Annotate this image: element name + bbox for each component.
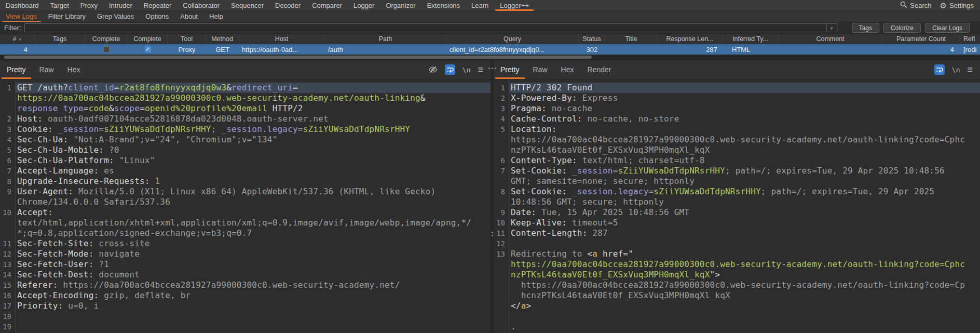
response-code-row: 1HTTP/2 302 Found [494, 83, 980, 93]
row-cell-refl[interactable]: [redi [960, 44, 980, 55]
newline-icon[interactable]: \n [462, 66, 471, 74]
row-cell-tags[interactable] [35, 44, 85, 55]
row-cell-tool[interactable]: Proxy [168, 44, 206, 55]
column-header-inferred-ty[interactable]: Inferred Ty... [723, 34, 779, 44]
chevron-down-icon: ∨ [830, 25, 834, 31]
row-cell-comment[interactable] [779, 44, 882, 55]
filter-dropdown-button[interactable]: ∨ [826, 24, 837, 32]
menu-item-repeater[interactable]: Repeater [138, 0, 177, 11]
menu-item-organizer[interactable]: Organizer [380, 0, 421, 11]
filter-input[interactable] [25, 24, 826, 32]
menu-item-logger[interactable]: Logger++ [494, 0, 535, 11]
row-cell-response-len[interactable]: 287 [658, 44, 723, 55]
column-header-parameter-count[interactable]: Parameter Count [882, 34, 960, 44]
tags-button[interactable]: Tags [852, 23, 879, 33]
newline-icon[interactable]: \n [952, 66, 960, 74]
word-wrap-icon[interactable] [934, 64, 945, 75]
splitter-grip-top[interactable] [487, 68, 497, 71]
request-code-line: Sec-Ch-Ua-Platform: "Linux" [15, 155, 491, 166]
code-segment: Tue, 15 Apr 2025 10:48:56 GMT [536, 207, 689, 217]
splitter-grip-middle[interactable] [491, 232, 493, 236]
column-header-path[interactable]: Path [325, 34, 446, 44]
request-code-row: 17Priority: u=0, i [0, 301, 491, 311]
request-tab-pretty[interactable]: Pretty [0, 60, 33, 79]
row-cell-complete[interactable]: ✓ [128, 44, 168, 55]
column-header-refl[interactable]: Refl [960, 34, 980, 44]
request-editor[interactable]: 1GET /auth?client_id=r2at8fo8fnnyyxqdjq0… [0, 79, 491, 333]
log-table-selected-row[interactable]: 4✓ProxyGEThttps://oauth-0ad.../authclien… [0, 44, 980, 55]
row-cell-parameter-count[interactable]: 4 [882, 44, 960, 55]
settings-button[interactable]: ⚙ Settings [940, 2, 974, 9]
scrollbar-thumb[interactable] [4, 56, 592, 59]
row-cell-method[interactable]: GET [206, 44, 239, 55]
response-tab-pretty[interactable]: Pretty [494, 60, 526, 79]
submenu-item-grep-values[interactable]: Grep Values [91, 11, 140, 22]
submenu-item-options[interactable]: Options [140, 11, 174, 22]
colorize-button[interactable]: Colorize [883, 23, 921, 33]
search-button[interactable]: Search [900, 1, 931, 10]
submenu-item-help[interactable]: Help [203, 11, 229, 22]
column-header-method[interactable]: Method [206, 34, 239, 44]
response-tab-raw[interactable]: Raw [526, 60, 554, 79]
code-segment: no-cache [547, 103, 593, 113]
code-segment: HTTP/2 [267, 103, 303, 113]
menu-icon[interactable]: ≡ [967, 65, 973, 74]
column-header-label: # [13, 35, 17, 43]
row-cell-host[interactable]: https://oauth-0ad... [239, 44, 325, 55]
menu-item-intruder[interactable]: Intruder [103, 0, 138, 11]
column-header-complete[interactable]: Complete [85, 34, 128, 44]
column-header-tags[interactable]: Tags [35, 34, 85, 44]
request-tab-raw[interactable]: Raw [33, 60, 61, 79]
menu-item-dashboard[interactable]: Dashboard [0, 0, 45, 11]
menu-item-target[interactable]: Target [45, 0, 75, 11]
column-header-comment[interactable]: Comment [779, 34, 882, 44]
menu-item-comparer[interactable]: Comparer [306, 0, 348, 11]
request-tab-hex[interactable]: Hex [61, 60, 87, 79]
code-segment: Priority: [17, 301, 63, 311]
row-cell-path[interactable]: /auth [325, 44, 446, 55]
menu-item-logger[interactable]: Logger [348, 0, 380, 11]
row-cell-status[interactable]: 302 [579, 44, 605, 55]
row-cell-query[interactable]: client_id=r2at8fo8fnnyyxqdjq0... [446, 44, 579, 55]
checkbox-checked[interactable]: ✓ [145, 46, 151, 52]
menu-item-decoder[interactable]: Decoder [269, 0, 306, 11]
request-code-line: https://0aa700ac04bccea281927a99000300c0… [15, 93, 491, 103]
row-cell-inferred-ty[interactable]: HTML [723, 44, 779, 55]
menu-item-extensions[interactable]: Extensions [421, 0, 466, 11]
menu-bar-right: Search ⚙ Settings [900, 0, 980, 11]
line-number: 8 [0, 176, 15, 187]
response-tab-hex[interactable]: Hex [554, 60, 581, 79]
response-code-line: https://0aa700ac04bccea281927a99000300c0… [509, 259, 980, 270]
menu-item-sequencer[interactable]: Sequencer [225, 0, 269, 11]
response-code-line: HTTP/2 302 Found [509, 83, 980, 93]
row-cell-[interactable]: 4 [0, 44, 35, 55]
menu-item-proxy[interactable]: Proxy [75, 0, 103, 11]
response-tab-render[interactable]: Render [581, 60, 618, 79]
submenu-item-view-logs[interactable]: View Logs [0, 11, 43, 22]
column-header-query[interactable]: Query [446, 34, 579, 44]
line-number: 13 [0, 259, 15, 270]
response-editor[interactable]: 1HTTP/2 302 Found2X-Powered-By: Express3… [494, 79, 980, 333]
column-header-[interactable]: #∨ [0, 34, 35, 44]
menu-item-learn[interactable]: Learn [466, 0, 494, 11]
menu-icon[interactable]: ≡ [478, 65, 483, 74]
submenu-item-about[interactable]: About [174, 11, 203, 22]
column-header-tool[interactable]: Tool [168, 34, 206, 44]
filter-buttons: TagsColorizeClear Logs [837, 23, 970, 33]
menu-item-collaborator[interactable]: Collaborator [177, 0, 225, 11]
word-wrap-icon[interactable] [445, 64, 455, 75]
column-header-status[interactable]: Status [579, 34, 605, 44]
column-header-host[interactable]: Host [239, 34, 325, 44]
eye-off-icon[interactable] [428, 65, 438, 74]
column-header-response-len[interactable]: Response Len... [658, 34, 723, 44]
checkbox-unchecked[interactable] [103, 46, 110, 52]
row-cell-complete[interactable] [85, 44, 128, 55]
row-cell-title[interactable] [605, 44, 658, 55]
column-header-complete[interactable]: Complete [128, 34, 168, 44]
line-number: 8 [494, 187, 509, 197]
column-header-label: Response Len... [666, 35, 713, 43]
submenu-item-filter-library[interactable]: Filter Library [43, 11, 91, 22]
table-horizontal-scrollbar[interactable] [0, 55, 980, 60]
column-header-title[interactable]: Title [605, 34, 658, 44]
clear-logs-button[interactable]: Clear Logs [925, 23, 970, 33]
